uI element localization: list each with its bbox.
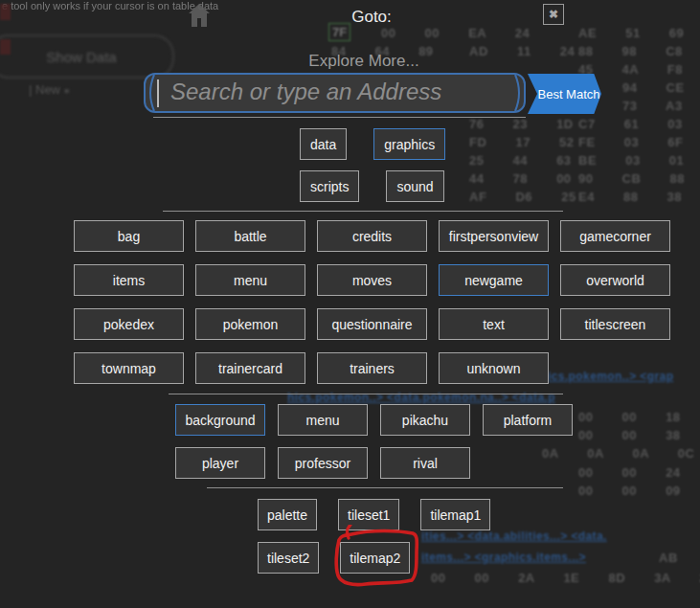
button-row-root-2: scriptssound (300, 170, 444, 202)
button-row-graphics-4: townmaptrainercardtrainersunknown (74, 352, 549, 384)
section-separator (153, 117, 526, 118)
section-separator (169, 394, 563, 394)
goto-button-bag[interactable]: bag (74, 220, 184, 252)
goto-button-pikachu[interactable]: pikachu (380, 404, 470, 436)
explore-more-subtitle: Explore More... (292, 52, 436, 71)
goto-button-tileset2[interactable]: tileset2 (258, 542, 319, 574)
button-row-newgame-2: playerprofessorrival (175, 447, 470, 479)
goto-button-player[interactable]: player (175, 447, 265, 479)
goto-button-scripts[interactable]: scripts (300, 170, 359, 202)
goto-button-pokemon[interactable]: pokemon (195, 308, 305, 340)
close-icon: ✖ (549, 8, 558, 21)
file-link-row: ics.pokemon..> <grap (548, 370, 673, 383)
button-row-root-1: datagraphics (300, 128, 445, 160)
goto-button-background[interactable]: background (175, 404, 265, 436)
goto-button-tilemap1[interactable]: tilemap1 (420, 499, 490, 530)
goto-button-menu[interactable]: menu (195, 264, 305, 296)
button-row-background-2: tileset2tilemap2 (258, 542, 410, 574)
file-link-row: items...> <graphics.items...> (421, 551, 586, 564)
search-input[interactable] (146, 75, 524, 111)
goto-button-menu[interactable]: menu (278, 404, 368, 436)
goto-button-newgame[interactable]: newgame (439, 264, 549, 296)
section-separator (207, 487, 563, 488)
file-link-row: ities...> <data.abilities...> <data. (421, 529, 607, 543)
best-match-button[interactable]: Best Match (528, 74, 601, 114)
goto-button-pokedex[interactable]: pokedex (74, 308, 184, 340)
goto-button-items[interactable]: items (74, 264, 184, 296)
red-edge-marker (0, 4, 11, 20)
goto-button-platform[interactable]: platform (483, 404, 573, 436)
goto-button-tilemap2[interactable]: tilemap2 (340, 542, 410, 574)
goto-button-tileset1[interactable]: tileset1 (338, 499, 399, 530)
left-bracket-decoration (146, 73, 157, 113)
goto-dialog-screen: 00 00 EA 24AE 51 6984 64 89AD 11 2488 98… (0, 0, 700, 608)
goto-button-titlescreen[interactable]: titlescreen (560, 308, 670, 340)
goto-button-sound[interactable]: sound (386, 170, 443, 202)
goto-button-trainers[interactable]: trainers (317, 352, 427, 384)
goto-button-palette[interactable]: palette (258, 499, 317, 530)
home-icon[interactable] (188, 3, 211, 28)
goto-button-unknown[interactable]: unknown (439, 352, 549, 384)
button-row-graphics-1: bagbattlecreditsfirstpersonviewgamecorne… (74, 220, 670, 252)
goto-button-gamecorner[interactable]: gamecorner (560, 220, 670, 252)
button-row-background-1: palettetileset1tilemap1 (258, 499, 490, 530)
goto-button-trainercard[interactable]: trainercard (195, 352, 305, 384)
goto-button-data[interactable]: data (300, 128, 347, 160)
close-button[interactable]: ✖ (543, 4, 564, 25)
section-separator (163, 211, 563, 212)
goto-button-credits[interactable]: credits (317, 220, 427, 252)
goto-button-questionnaire[interactable]: questionnaire (317, 308, 427, 340)
goto-button-moves[interactable]: moves (317, 264, 427, 296)
new-link: | New ⁎ (29, 82, 70, 97)
right-bracket-decoration (512, 73, 524, 113)
button-row-graphics-2: itemsmenumovesnewgameoverworld (74, 264, 670, 296)
goto-button-firstpersonview[interactable]: firstpersonview (439, 220, 549, 252)
goto-button-overworld[interactable]: overworld (560, 264, 670, 296)
goto-button-professor[interactable]: professor (278, 447, 368, 479)
goto-button-battle[interactable]: battle (195, 220, 305, 252)
goto-button-rival[interactable]: rival (380, 447, 470, 479)
dialog-title: Goto: (326, 8, 418, 27)
button-row-graphics-3: pokedexpokemonquestionnairetexttitlescre… (74, 308, 670, 340)
goto-button-townmap[interactable]: townmap (74, 352, 184, 384)
goto-button-graphics[interactable]: graphics (373, 128, 445, 160)
background-hint-text: e tool only works if your cursor is on t… (2, 0, 218, 11)
search-bar (144, 73, 526, 113)
text-caret (157, 79, 159, 107)
button-row-newgame-1: backgroundmenupikachuplatform (175, 404, 573, 436)
goto-button-text[interactable]: text (439, 308, 549, 340)
